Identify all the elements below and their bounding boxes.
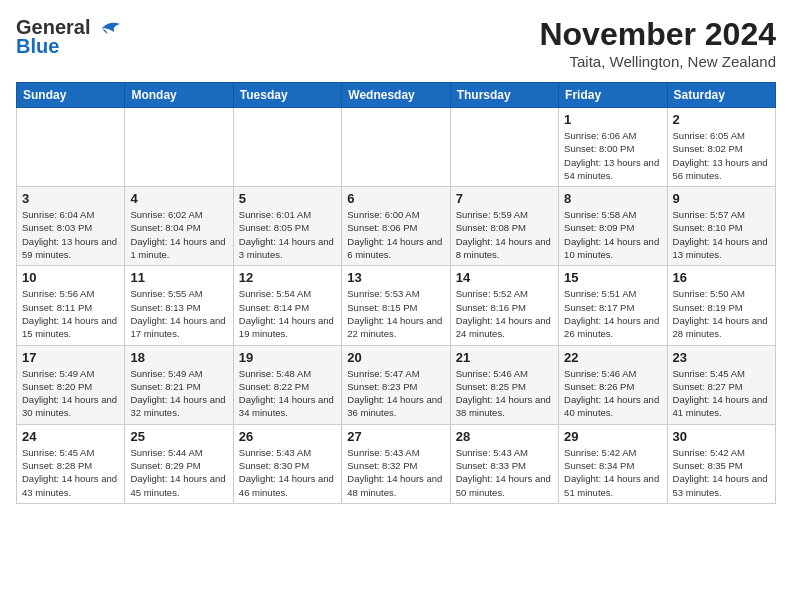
day-number: 2 <box>673 112 770 127</box>
weekday-header-wednesday: Wednesday <box>342 83 450 108</box>
calendar-cell: 21Sunrise: 5:46 AM Sunset: 8:25 PM Dayli… <box>450 345 558 424</box>
day-info: Sunrise: 5:58 AM Sunset: 8:09 PM Dayligh… <box>564 208 661 261</box>
calendar-cell: 14Sunrise: 5:52 AM Sunset: 8:16 PM Dayli… <box>450 266 558 345</box>
day-number: 29 <box>564 429 661 444</box>
day-info: Sunrise: 5:52 AM Sunset: 8:16 PM Dayligh… <box>456 287 553 340</box>
day-info: Sunrise: 5:54 AM Sunset: 8:14 PM Dayligh… <box>239 287 336 340</box>
day-info: Sunrise: 5:48 AM Sunset: 8:22 PM Dayligh… <box>239 367 336 420</box>
day-info: Sunrise: 5:57 AM Sunset: 8:10 PM Dayligh… <box>673 208 770 261</box>
day-number: 18 <box>130 350 227 365</box>
day-number: 15 <box>564 270 661 285</box>
calendar-week-2: 3Sunrise: 6:04 AM Sunset: 8:03 PM Daylig… <box>17 187 776 266</box>
day-info: Sunrise: 5:50 AM Sunset: 8:19 PM Dayligh… <box>673 287 770 340</box>
day-number: 19 <box>239 350 336 365</box>
day-info: Sunrise: 6:05 AM Sunset: 8:02 PM Dayligh… <box>673 129 770 182</box>
page-header: General Blue November 2024 Taita, Wellin… <box>16 16 776 70</box>
weekday-header-monday: Monday <box>125 83 233 108</box>
day-info: Sunrise: 5:53 AM Sunset: 8:15 PM Dayligh… <box>347 287 444 340</box>
day-info: Sunrise: 5:59 AM Sunset: 8:08 PM Dayligh… <box>456 208 553 261</box>
calendar-cell: 26Sunrise: 5:43 AM Sunset: 8:30 PM Dayli… <box>233 424 341 503</box>
day-info: Sunrise: 5:46 AM Sunset: 8:26 PM Dayligh… <box>564 367 661 420</box>
day-number: 20 <box>347 350 444 365</box>
location-title: Taita, Wellington, New Zealand <box>539 53 776 70</box>
day-info: Sunrise: 5:43 AM Sunset: 8:32 PM Dayligh… <box>347 446 444 499</box>
day-info: Sunrise: 5:45 AM Sunset: 8:28 PM Dayligh… <box>22 446 119 499</box>
day-number: 24 <box>22 429 119 444</box>
weekday-header-friday: Friday <box>559 83 667 108</box>
calendar-cell: 15Sunrise: 5:51 AM Sunset: 8:17 PM Dayli… <box>559 266 667 345</box>
day-info: Sunrise: 5:51 AM Sunset: 8:17 PM Dayligh… <box>564 287 661 340</box>
day-info: Sunrise: 5:42 AM Sunset: 8:35 PM Dayligh… <box>673 446 770 499</box>
day-info: Sunrise: 6:01 AM Sunset: 8:05 PM Dayligh… <box>239 208 336 261</box>
calendar-cell: 22Sunrise: 5:46 AM Sunset: 8:26 PM Dayli… <box>559 345 667 424</box>
calendar-cell: 12Sunrise: 5:54 AM Sunset: 8:14 PM Dayli… <box>233 266 341 345</box>
day-number: 6 <box>347 191 444 206</box>
calendar-cell: 4Sunrise: 6:02 AM Sunset: 8:04 PM Daylig… <box>125 187 233 266</box>
calendar-table: SundayMondayTuesdayWednesdayThursdayFrid… <box>16 82 776 504</box>
weekday-header-saturday: Saturday <box>667 83 775 108</box>
day-number: 27 <box>347 429 444 444</box>
day-number: 26 <box>239 429 336 444</box>
calendar-cell: 7Sunrise: 5:59 AM Sunset: 8:08 PM Daylig… <box>450 187 558 266</box>
logo-blue-text: Blue <box>16 35 59 58</box>
calendar-cell: 3Sunrise: 6:04 AM Sunset: 8:03 PM Daylig… <box>17 187 125 266</box>
day-number: 25 <box>130 429 227 444</box>
weekday-header-tuesday: Tuesday <box>233 83 341 108</box>
day-info: Sunrise: 5:44 AM Sunset: 8:29 PM Dayligh… <box>130 446 227 499</box>
calendar-week-1: 1Sunrise: 6:06 AM Sunset: 8:00 PM Daylig… <box>17 108 776 187</box>
day-number: 13 <box>347 270 444 285</box>
calendar-header: SundayMondayTuesdayWednesdayThursdayFrid… <box>17 83 776 108</box>
weekday-header-sunday: Sunday <box>17 83 125 108</box>
calendar-cell: 6Sunrise: 6:00 AM Sunset: 8:06 PM Daylig… <box>342 187 450 266</box>
calendar-cell <box>125 108 233 187</box>
calendar-cell: 10Sunrise: 5:56 AM Sunset: 8:11 PM Dayli… <box>17 266 125 345</box>
day-number: 22 <box>564 350 661 365</box>
calendar-cell: 24Sunrise: 5:45 AM Sunset: 8:28 PM Dayli… <box>17 424 125 503</box>
calendar-cell: 30Sunrise: 5:42 AM Sunset: 8:35 PM Dayli… <box>667 424 775 503</box>
month-title: November 2024 <box>539 16 776 53</box>
day-info: Sunrise: 5:43 AM Sunset: 8:33 PM Dayligh… <box>456 446 553 499</box>
day-info: Sunrise: 6:00 AM Sunset: 8:06 PM Dayligh… <box>347 208 444 261</box>
calendar-cell: 18Sunrise: 5:49 AM Sunset: 8:21 PM Dayli… <box>125 345 233 424</box>
day-number: 11 <box>130 270 227 285</box>
calendar-cell: 13Sunrise: 5:53 AM Sunset: 8:15 PM Dayli… <box>342 266 450 345</box>
calendar-cell <box>342 108 450 187</box>
calendar-cell: 23Sunrise: 5:45 AM Sunset: 8:27 PM Dayli… <box>667 345 775 424</box>
day-number: 5 <box>239 191 336 206</box>
day-number: 23 <box>673 350 770 365</box>
weekday-header-row: SundayMondayTuesdayWednesdayThursdayFrid… <box>17 83 776 108</box>
day-info: Sunrise: 5:45 AM Sunset: 8:27 PM Dayligh… <box>673 367 770 420</box>
day-info: Sunrise: 5:49 AM Sunset: 8:21 PM Dayligh… <box>130 367 227 420</box>
calendar-cell: 29Sunrise: 5:42 AM Sunset: 8:34 PM Dayli… <box>559 424 667 503</box>
day-info: Sunrise: 5:56 AM Sunset: 8:11 PM Dayligh… <box>22 287 119 340</box>
day-info: Sunrise: 6:06 AM Sunset: 8:00 PM Dayligh… <box>564 129 661 182</box>
calendar-cell: 27Sunrise: 5:43 AM Sunset: 8:32 PM Dayli… <box>342 424 450 503</box>
day-info: Sunrise: 6:02 AM Sunset: 8:04 PM Dayligh… <box>130 208 227 261</box>
day-number: 17 <box>22 350 119 365</box>
calendar-week-4: 17Sunrise: 5:49 AM Sunset: 8:20 PM Dayli… <box>17 345 776 424</box>
calendar-cell: 9Sunrise: 5:57 AM Sunset: 8:10 PM Daylig… <box>667 187 775 266</box>
calendar-body: 1Sunrise: 6:06 AM Sunset: 8:00 PM Daylig… <box>17 108 776 504</box>
day-number: 7 <box>456 191 553 206</box>
day-number: 16 <box>673 270 770 285</box>
calendar-cell: 1Sunrise: 6:06 AM Sunset: 8:00 PM Daylig… <box>559 108 667 187</box>
day-number: 14 <box>456 270 553 285</box>
calendar-cell: 20Sunrise: 5:47 AM Sunset: 8:23 PM Dayli… <box>342 345 450 424</box>
calendar-week-3: 10Sunrise: 5:56 AM Sunset: 8:11 PM Dayli… <box>17 266 776 345</box>
day-info: Sunrise: 5:49 AM Sunset: 8:20 PM Dayligh… <box>22 367 119 420</box>
day-info: Sunrise: 5:42 AM Sunset: 8:34 PM Dayligh… <box>564 446 661 499</box>
day-number: 8 <box>564 191 661 206</box>
day-number: 10 <box>22 270 119 285</box>
day-info: Sunrise: 6:04 AM Sunset: 8:03 PM Dayligh… <box>22 208 119 261</box>
logo-bird-icon <box>92 18 122 38</box>
calendar-cell: 2Sunrise: 6:05 AM Sunset: 8:02 PM Daylig… <box>667 108 775 187</box>
calendar-week-5: 24Sunrise: 5:45 AM Sunset: 8:28 PM Dayli… <box>17 424 776 503</box>
calendar-cell <box>450 108 558 187</box>
day-number: 12 <box>239 270 336 285</box>
calendar-cell: 25Sunrise: 5:44 AM Sunset: 8:29 PM Dayli… <box>125 424 233 503</box>
calendar-cell: 28Sunrise: 5:43 AM Sunset: 8:33 PM Dayli… <box>450 424 558 503</box>
day-number: 3 <box>22 191 119 206</box>
day-number: 4 <box>130 191 227 206</box>
calendar-cell: 5Sunrise: 6:01 AM Sunset: 8:05 PM Daylig… <box>233 187 341 266</box>
title-area: November 2024 Taita, Wellington, New Zea… <box>539 16 776 70</box>
